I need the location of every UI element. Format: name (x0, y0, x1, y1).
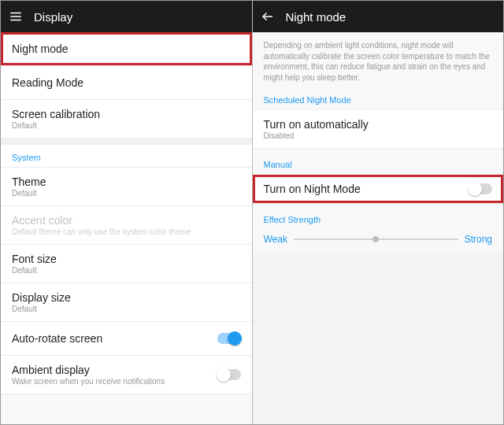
night-mode-switch[interactable] (469, 183, 492, 194)
row-turn-on-night-mode[interactable]: Turn on Night Mode (253, 174, 504, 204)
row-label: Screen calibration (12, 108, 100, 120)
display-settings-pane: Display Night mode Reading Mode Screen c… (1, 1, 253, 424)
auto-rotate-switch[interactable] (217, 333, 241, 344)
appbar-title-left: Display (34, 10, 72, 24)
row-label: Night mode (12, 42, 69, 55)
slider-weak-label: Weak (264, 234, 287, 245)
back-icon[interactable] (261, 9, 275, 24)
section-system: System (1, 139, 252, 168)
row-label: Ambient display (12, 364, 165, 376)
appbar-left: Display (1, 1, 252, 32)
row-screen-calibration[interactable]: Screen calibration Default (1, 100, 252, 139)
night-mode-pane: Night mode Depending on ambient light co… (253, 1, 504, 424)
section-effect-strength: Effect Strength (253, 204, 504, 229)
row-turn-on-automatically[interactable]: Turn on automatically Disabled (253, 109, 504, 149)
row-theme[interactable]: Theme Default (1, 168, 252, 206)
row-sublabel: Default (12, 189, 46, 198)
row-ambient-display[interactable]: Ambient display Wake screen when you rec… (1, 356, 252, 394)
row-font-size[interactable]: Font size Default (1, 245, 252, 283)
row-label: Display size (12, 291, 71, 304)
section-manual: Manual (253, 149, 504, 174)
row-label: Turn on automatically (264, 118, 369, 131)
row-sublabel: Default (12, 266, 57, 275)
slider-thumb[interactable] (372, 236, 379, 242)
slider-track[interactable] (294, 238, 458, 240)
row-label: Theme (12, 176, 46, 188)
section-scheduled: Scheduled Night Mode (253, 89, 504, 109)
row-night-mode[interactable]: Night mode (1, 32, 252, 66)
night-mode-description: Depending on ambient light conditions, n… (253, 32, 504, 89)
row-accent-color: Accent color Default theme can only use … (1, 206, 252, 245)
ambient-display-switch[interactable] (217, 369, 241, 380)
empty-space (253, 253, 504, 424)
row-sublabel: Default theme can only use the system co… (12, 227, 191, 236)
row-reading-mode[interactable]: Reading Mode (1, 66, 252, 100)
display-settings-list: Night mode Reading Mode Screen calibrati… (1, 32, 252, 424)
slider-strong-label: Strong (465, 234, 492, 245)
row-sublabel: Default (12, 121, 100, 130)
effect-strength-slider[interactable]: Weak Strong (253, 229, 504, 253)
menu-icon[interactable] (9, 9, 23, 24)
row-label: Font size (12, 253, 57, 265)
appbar-right: Night mode (253, 1, 504, 32)
row-sublabel: Wake screen when you receive notificatio… (12, 377, 165, 386)
row-sublabel: Disabled (264, 131, 369, 140)
row-label: Turn on Night Mode (264, 183, 361, 195)
row-display-size[interactable]: Display size Default (1, 283, 252, 322)
row-label: Reading Mode (12, 76, 83, 89)
row-label: Auto-rotate screen (12, 332, 102, 345)
appbar-title-right: Night mode (286, 10, 346, 24)
row-sublabel: Default (12, 305, 71, 313)
row-label: Accent color (12, 214, 191, 227)
row-auto-rotate[interactable]: Auto-rotate screen (1, 322, 252, 356)
